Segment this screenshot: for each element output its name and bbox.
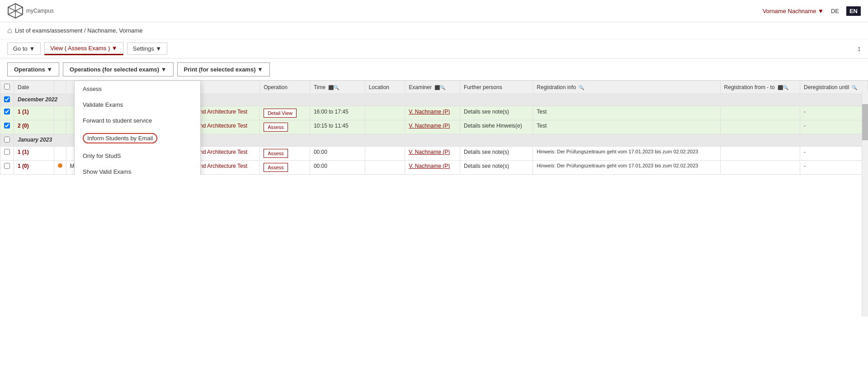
row-check-3[interactable] bbox=[4, 149, 10, 155]
row-dereg-1: - bbox=[800, 106, 868, 120]
row-further-3: Details see note(s) bbox=[460, 147, 533, 161]
row-further-4: Details see note(s) bbox=[460, 161, 533, 175]
th-further: Further persons bbox=[460, 81, 533, 94]
th-type1 bbox=[54, 81, 66, 94]
dropdown-item-inform[interactable]: Inform Students by Email bbox=[75, 128, 200, 148]
row-checkbox-2[interactable] bbox=[0, 120, 14, 134]
scrollbar-track bbox=[862, 90, 868, 175]
assess-button-2[interactable]: Assess bbox=[264, 123, 288, 132]
row-check-1[interactable] bbox=[4, 109, 10, 114]
row-dereg-4: - bbox=[800, 161, 868, 175]
row-dot-2 bbox=[54, 120, 66, 134]
detail-view-button-1[interactable]: Detail View bbox=[264, 109, 297, 118]
row-examiner-2[interactable]: V. Nachname (P) bbox=[405, 120, 460, 134]
row-reg-4: Hinweis: Der Prüfungszeitraum geht vom 1… bbox=[533, 161, 720, 175]
row-loc-4 bbox=[365, 161, 405, 175]
row-examiner-1[interactable]: V. Nachname (P) bbox=[405, 106, 460, 120]
row-reg-1: Test bbox=[533, 106, 720, 120]
row-dereg-2: - bbox=[800, 120, 868, 134]
th-reg-from-to[interactable]: Registration from - to ⬛🔍 bbox=[720, 81, 800, 94]
group-checkbox-jan[interactable] bbox=[0, 134, 14, 147]
row-check-4[interactable] bbox=[4, 163, 10, 169]
row-op-1[interactable]: Detail View bbox=[260, 106, 310, 120]
lang-en-button[interactable]: EN bbox=[846, 6, 861, 16]
user-name[interactable]: Vorname Nachname ▼ bbox=[763, 8, 824, 14]
print-selected-button[interactable]: Print (for selected exams) ▼ bbox=[177, 62, 270, 76]
row-op-3[interactable]: Assess bbox=[260, 147, 310, 161]
assess-button-3[interactable]: Assess bbox=[264, 149, 288, 158]
row-regfrom-4 bbox=[720, 161, 800, 175]
dropdown-item-studs[interactable]: Only for StudS bbox=[75, 148, 200, 164]
operations-button[interactable]: Operations ▼ bbox=[7, 62, 59, 76]
select-all-checkbox[interactable] bbox=[4, 84, 10, 90]
row-further-2: Details siehe Hinweis(e) bbox=[460, 120, 533, 134]
group-check-jan[interactable] bbox=[4, 137, 10, 143]
th-checkbox bbox=[0, 81, 14, 94]
row-dot-4 bbox=[54, 161, 66, 175]
row-regfrom-2 bbox=[720, 120, 800, 134]
dropdown-item-assess[interactable]: Assess bbox=[75, 81, 200, 97]
view-button[interactable]: View ( Assess Exams ) ▼ bbox=[44, 42, 123, 55]
row-regfrom-1 bbox=[720, 106, 800, 120]
row-label-3: 1 (1) bbox=[14, 147, 54, 161]
lang-de-button[interactable]: DE bbox=[831, 8, 839, 14]
row-checkbox[interactable] bbox=[0, 106, 14, 120]
row-op-2[interactable]: Assess bbox=[260, 120, 310, 134]
row-check-2[interactable] bbox=[4, 123, 10, 128]
row-label-1: 1 (1) bbox=[14, 106, 54, 120]
row-checkbox-3[interactable] bbox=[0, 147, 14, 161]
row-loc-2 bbox=[365, 120, 405, 134]
logo-icon bbox=[7, 3, 24, 19]
row-examiner-3[interactable]: V. Nachname (P) bbox=[405, 147, 460, 161]
dropdown-item-forward[interactable]: Forward to student service bbox=[75, 113, 200, 128]
operations-dropdown-menu: Assess Validate Exams Forward to student… bbox=[74, 81, 201, 175]
dropdown-item-show-valid[interactable]: Show Valid Exams bbox=[75, 164, 200, 175]
th-reg-info[interactable]: Registration info 🔍 bbox=[533, 81, 720, 94]
row-time-4: 00:00 bbox=[310, 161, 365, 175]
th-dereg[interactable]: Deregistration until 🔍 bbox=[800, 81, 868, 94]
row-time-1: 16:00 to 17:45 bbox=[310, 106, 365, 120]
th-date: Date bbox=[14, 81, 54, 94]
ops-toolbar: Operations ▼ Operations (for selected ex… bbox=[0, 59, 868, 81]
breadcrumb-text: List of exams/assessment / Nachname, Vor… bbox=[15, 27, 143, 34]
row-time-3: 00:00 bbox=[310, 147, 365, 161]
row-dot-1 bbox=[54, 106, 66, 120]
inform-students-label: Inform Students by Email bbox=[83, 133, 157, 143]
logo-text: myCampus bbox=[26, 8, 54, 14]
row-further-1: Details see note(s) bbox=[460, 106, 533, 120]
dropdown-item-validate[interactable]: Validate Exams bbox=[75, 97, 200, 113]
orange-dot-icon bbox=[58, 163, 62, 168]
row-checkbox-4[interactable] bbox=[0, 161, 14, 175]
row-loc-3 bbox=[365, 147, 405, 161]
assess-button-4[interactable]: Assess bbox=[264, 163, 288, 172]
group-check-dec[interactable] bbox=[4, 96, 10, 102]
toolbar: Go to ▼ View ( Assess Exams ) ▼ Settings… bbox=[0, 39, 868, 59]
home-icon[interactable]: ⌂ bbox=[7, 26, 12, 35]
row-reg-2: Test bbox=[533, 120, 720, 134]
th-operation: Operation bbox=[260, 81, 310, 94]
operations-selected-button[interactable]: Operations (for selected exams) ▼ bbox=[63, 62, 173, 76]
group-checkbox-dec[interactable] bbox=[0, 94, 14, 106]
th-time[interactable]: Time ⬛🔍 bbox=[310, 81, 365, 94]
row-regfrom-3 bbox=[720, 147, 800, 161]
settings-button[interactable]: Settings ▼ bbox=[127, 43, 167, 55]
th-examiner[interactable]: Examiner ⬛🔍 bbox=[405, 81, 460, 94]
breadcrumb: ⌂ List of exams/assessment / Nachname, V… bbox=[0, 22, 868, 39]
row-loc-1 bbox=[365, 106, 405, 120]
row-time-2: 10:15 to 11:45 bbox=[310, 120, 365, 134]
sort-icon[interactable]: ↕ bbox=[857, 45, 861, 53]
logo-area: myCampus bbox=[7, 3, 54, 19]
row-dereg-3: - bbox=[800, 147, 868, 161]
scrollbar-thumb[interactable] bbox=[862, 104, 868, 140]
row-reg-3: Hinweis: Der Prüfungszeitraum geht vom 1… bbox=[533, 147, 720, 161]
top-right: Vorname Nachname ▼ DE EN bbox=[763, 6, 861, 16]
goto-button[interactable]: Go to ▼ bbox=[7, 43, 41, 55]
row-label-4: 1 (0) bbox=[14, 161, 54, 175]
th-location: Location bbox=[365, 81, 405, 94]
top-bar: myCampus Vorname Nachname ▼ DE EN bbox=[0, 0, 868, 22]
row-dot-3 bbox=[54, 147, 66, 161]
row-op-4[interactable]: Assess bbox=[260, 161, 310, 175]
row-label-2: 2 (0) bbox=[14, 120, 54, 134]
row-examiner-4[interactable]: V. Nachname (P) bbox=[405, 161, 460, 175]
